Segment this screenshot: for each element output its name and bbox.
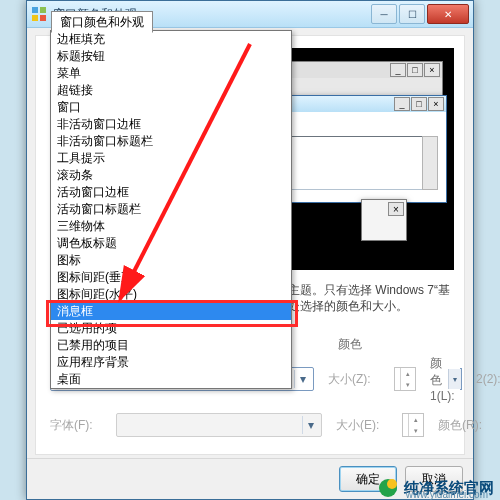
preview-active-window: _ □ × — [275, 95, 447, 203]
dropdown-option[interactable]: 滚动条 — [51, 167, 291, 184]
fontsize-label: 大小(E): — [336, 417, 388, 434]
dropdown-option[interactable]: 调色板标题 — [51, 235, 291, 252]
preview-scrollbar — [422, 136, 438, 190]
svg-rect-1 — [40, 7, 46, 13]
font-label: 字体(F): — [50, 417, 102, 434]
color1-label: 颜色 1(L): — [430, 355, 450, 403]
dropdown-option[interactable]: 桌面 — [51, 371, 291, 388]
dropdown-option[interactable]: 已禁用的项目 — [51, 337, 291, 354]
item-dropdown-list[interactable]: 窗口颜色和外观 边框填充标题按钮菜单超链接窗口非活动窗口边框非活动窗口标题栏工具… — [50, 30, 292, 389]
svg-point-6 — [387, 479, 397, 489]
dropdown-option[interactable]: 窗口 — [51, 99, 291, 116]
color-header-label: 颜色 — [338, 336, 390, 353]
dropdown-option[interactable]: 已选用的项 — [51, 320, 291, 337]
size-spinner[interactable]: ▴▾ — [394, 367, 416, 391]
dropdown-option[interactable]: 图标间距(水平) — [51, 286, 291, 303]
minimize-button[interactable]: ─ — [371, 4, 397, 24]
preview-textbox — [284, 136, 426, 190]
dropdown-option[interactable]: 三维物体 — [51, 218, 291, 235]
dropdown-option[interactable]: 图标 — [51, 252, 291, 269]
dropdown-option[interactable]: 活动窗口边框 — [51, 184, 291, 201]
dropdown-option[interactable]: 图标间距(垂直) — [51, 269, 291, 286]
dropdown-option[interactable]: 超链接 — [51, 82, 291, 99]
chevron-down-icon: ▾ — [294, 370, 311, 388]
font-combobox: ▾ — [116, 413, 322, 437]
color1-swatch[interactable]: ▾ — [460, 368, 462, 390]
app-icon — [31, 6, 47, 22]
info-line-1: 主题。只有选择 Windows 7“基 — [288, 282, 452, 298]
dropdown-option[interactable]: 菜单 — [51, 65, 291, 82]
chevron-down-icon: ▾ — [448, 369, 461, 389]
svg-rect-3 — [40, 15, 46, 21]
watermark-logo-icon — [378, 478, 398, 498]
color2-label: 2(2): — [476, 372, 496, 386]
dropdown-tab-label: 窗口颜色和外观 — [51, 11, 153, 33]
preview-close-icon: × — [424, 63, 440, 77]
preview-max-icon: □ — [407, 63, 423, 77]
dropdown-option[interactable]: 边框填充 — [51, 31, 291, 48]
close-button[interactable]: ✕ — [427, 4, 469, 24]
fontcolor-label: 颜色(R): — [438, 417, 490, 434]
preview-min-icon: _ — [390, 63, 406, 77]
preview-min-icon: _ — [394, 97, 410, 111]
svg-rect-0 — [32, 7, 38, 13]
dropdown-option[interactable]: 应用程序背景 — [51, 354, 291, 371]
chevron-down-icon: ▾ — [302, 416, 319, 434]
dropdown-option[interactable]: 非活动窗口标题栏 — [51, 133, 291, 150]
fontsize-spinner: ▴▾ — [402, 413, 424, 437]
maximize-button[interactable]: ☐ — [399, 4, 425, 24]
watermark-url: www.yidaimei.com — [406, 489, 488, 500]
preview-message-box: × — [361, 199, 407, 241]
dropdown-option[interactable]: 活动窗口标题栏 — [51, 201, 291, 218]
dropdown-option[interactable]: 消息框 — [51, 303, 291, 320]
dropdown-option[interactable]: 工具提示 — [51, 150, 291, 167]
svg-rect-2 — [32, 15, 38, 21]
info-line-2: 处选择的颜色和大小。 — [288, 298, 452, 314]
dropdown-option[interactable]: 标题按钮 — [51, 48, 291, 65]
size-label: 大小(Z): — [328, 371, 380, 388]
preview-msg-close-icon: × — [388, 202, 404, 216]
preview-max-icon: □ — [411, 97, 427, 111]
dropdown-option[interactable]: 非活动窗口边框 — [51, 116, 291, 133]
preview-close-icon: × — [428, 97, 444, 111]
info-text: 主题。只有选择 Windows 7“基 处选择的颜色和大小。 — [288, 282, 452, 314]
